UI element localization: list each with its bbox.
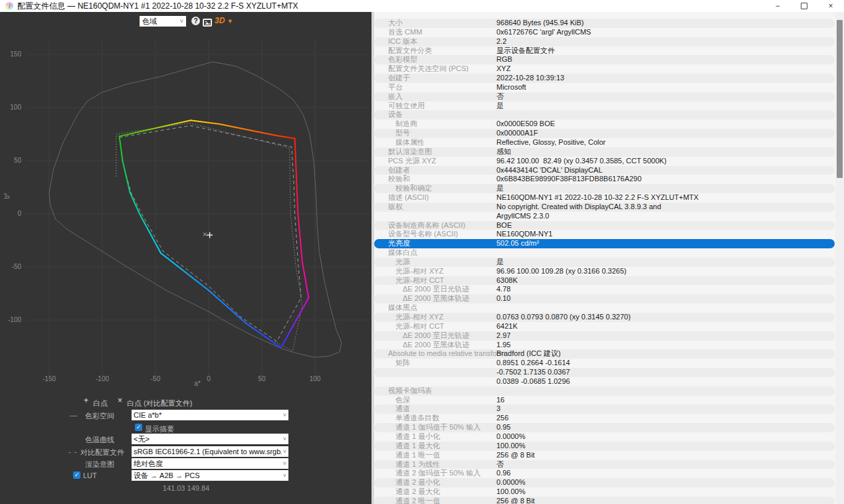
info-row[interactable]: ΔE 2000 至日光轨迹4.78	[374, 285, 835, 294]
info-row[interactable]: 通道 1 伽玛值于 50% 输入0.95	[374, 423, 835, 432]
help-button[interactable]: ?	[191, 17, 200, 25]
restore-button[interactable]	[791, 0, 817, 12]
info-row[interactable]: 制造商0x0000E509 BOE	[374, 120, 835, 129]
info-row[interactable]: 设备型号名称 (ASCII)NE160QDM-NY1	[374, 230, 835, 239]
show-summary-label: 显示摘要	[145, 424, 174, 434]
info-key: 通道 2 伽玛值于 50% 输入	[395, 469, 480, 478]
info-row[interactable]: ICC 版本2.2	[374, 37, 835, 46]
rendering-intent-select[interactable]: 绝对色度 ˅	[132, 458, 288, 469]
info-row[interactable]: 光源-相对 CCT6421K	[374, 322, 835, 331]
comparison-profile-select[interactable]: sRGB IEC61966-2.1 (Equivalent to www.srg…	[132, 446, 288, 457]
info-row[interactable]: 描述 (ASCII)NE160QDM-NY1 #1 2022-10-28 10-…	[374, 193, 835, 203]
info-row[interactable]: 光源是	[374, 258, 835, 267]
info-value: 502.05 cd/m²	[496, 239, 539, 248]
info-row[interactable]: 通道 2 最大化100.00%	[374, 487, 835, 497]
info-row[interactable]: 通道 1 唯一值256 @ 8 Bit	[374, 451, 835, 460]
info-row[interactable]: 创建于2022-10-28 10:39:13	[374, 74, 835, 83]
info-row[interactable]: ΔE 2000 至黑体轨迹0.10	[374, 294, 835, 303]
x-axis-title: a*	[194, 380, 201, 387]
info-row[interactable]: 通道 1 最小化0.0000%	[374, 432, 835, 442]
info-row[interactable]: 校验和0x6B843BE98990F38F813FDB8B6176A290	[374, 175, 835, 184]
info-row[interactable]: 通道3	[374, 404, 835, 414]
info-row[interactable]: ArgyllCMS 2.3.0	[374, 212, 835, 221]
info-row[interactable]: 设备	[374, 110, 835, 120]
info-row[interactable]: -0.7502 1.7135 0.0367	[374, 368, 835, 377]
info-row[interactable]: 通道 1 最大化100.00%	[374, 442, 835, 451]
info-key: 配置文件关连空间 (PCS)	[388, 64, 469, 74]
info-row[interactable]: 默认渲染意图感知	[374, 147, 835, 157]
info-key: 首选 CMM	[388, 28, 422, 37]
lut-direction-select[interactable]: 设备 → A2B → PCS ˅	[132, 470, 288, 481]
info-value: RGB	[496, 55, 512, 64]
colorspace-select[interactable]: CIE a*b* ˅	[132, 410, 288, 420]
lut-checkbox[interactable]: ✓	[73, 471, 80, 479]
tone-curve-select[interactable]: <无> ˅	[132, 434, 288, 444]
window-title: 配置文件信息 — NE160QDM-NY1 #1 2022-10-28 10-3…	[17, 1, 298, 12]
info-row[interactable]: 0.0389 -0.0685 1.0296	[374, 377, 835, 386]
scrollbar-thumb[interactable]	[837, 20, 843, 178]
info-key: PCS 光源 XYZ	[388, 157, 436, 166]
info-row[interactable]: 校验和确定是	[374, 184, 835, 193]
info-row[interactable]: 光源-相对 CCT6308K	[374, 276, 835, 286]
info-row[interactable]: 通道 2 唯一值256 @ 8 Bit	[374, 497, 835, 504]
scrollbar-track[interactable]	[835, 12, 844, 504]
info-key: 校验和	[388, 175, 410, 184]
info-key: 设备型号名称 (ASCII)	[388, 230, 458, 239]
info-row[interactable]: 嵌入否	[374, 92, 835, 102]
x-tick-label: 100	[310, 375, 321, 382]
info-row[interactable]: 创建者0x4443414C 'DCAL' DisplayCAL	[374, 166, 835, 175]
lut-label: LUT	[83, 471, 97, 479]
3d-dropdown-arrow: ▼	[227, 18, 233, 25]
info-key: 光源-相对 CCT	[395, 276, 444, 286]
info-row[interactable]: 通道 2 最小化0.0000%	[374, 478, 835, 487]
view-mode-value: 色域	[142, 17, 157, 27]
info-row[interactable]: PCS 光源 XYZ96.42 100.00 82.49 (xy 0.3457 …	[374, 157, 835, 166]
info-row[interactable]: 光源-相对 XYZ0.0763 0.0793 0.0870 (xy 0.3145…	[374, 313, 835, 322]
gamut-chart[interactable]: -150-100-50050100150100500-50-100a*b*	[0, 12, 371, 504]
solid-line-icon: —	[70, 411, 78, 419]
info-row[interactable]: ΔE 2000 至黑体轨迹1.95	[374, 341, 835, 350]
whitepoint-cross-icon: ×	[118, 396, 122, 405]
info-row[interactable]: 光源-相对 XYZ96.96 100.00 109.28 (xy 0.3166 …	[374, 267, 835, 276]
info-row[interactable]: 通道 2 伽玛值于 50% 输入0.96	[374, 469, 835, 478]
info-row[interactable]: ΔE 2000 至日光轨迹2.97	[374, 331, 835, 341]
app-info-icon: i	[5, 2, 13, 10]
profile-info-list: 大小968640 Bytes (945.94 KiB)首选 CMM0x61726…	[374, 19, 835, 504]
info-row[interactable]: 大小968640 Bytes (945.94 KiB)	[374, 19, 835, 28]
info-row[interactable]: 设备制造商名称 (ASCII)BOE	[374, 221, 835, 230]
info-row[interactable]: 媒体白点	[374, 248, 835, 258]
comparison-profile-value: sRGB IEC61966-2.1 (Equivalent to www.srg…	[134, 448, 282, 456]
y-tick-label: 100	[10, 104, 21, 111]
view-mode-select[interactable]: 色域 ˅	[140, 16, 186, 27]
info-row[interactable]: 色彩模型RGB	[374, 55, 835, 64]
chevron-down-icon: ˅	[282, 460, 286, 467]
info-row[interactable]: 单通道条目数256	[374, 414, 835, 423]
info-key: 色深	[395, 396, 410, 405]
3d-view-button[interactable]: 3D ▼	[215, 16, 233, 25]
info-row[interactable]: 版权No copyright. Created with DisplayCAL …	[374, 203, 835, 212]
info-value: NE160QDM-NY1	[496, 230, 552, 239]
info-row[interactable]: 配置文件关连空间 (PCS)XYZ	[374, 64, 835, 74]
info-key: 光源-相对 CCT	[395, 322, 444, 331]
info-row[interactable]: 视频卡伽玛表	[374, 386, 835, 396]
info-row[interactable]: 媒体黑点	[374, 303, 835, 313]
minimize-button[interactable]: −	[764, 0, 791, 12]
info-row[interactable]: 配置文件分类显示设备配置文件	[374, 46, 835, 56]
info-row[interactable]: 通道 1 为线性否	[374, 460, 835, 469]
show-summary-checkbox[interactable]: ✓	[135, 424, 142, 431]
chevron-down-icon: ˅	[282, 436, 286, 442]
close-button[interactable]: ×	[817, 0, 844, 12]
info-row[interactable]: 矩阵0.8951 0.2664 -0.1614	[374, 359, 835, 368]
save-image-button[interactable]	[203, 17, 212, 29]
info-row[interactable]: 可独立使用是	[374, 102, 835, 111]
info-row[interactable]: 光亮度502.05 cd/m²	[374, 239, 835, 248]
info-row[interactable]: 首选 CMM0x6172676C 'argl' ArgyllCMS	[374, 28, 835, 37]
info-row[interactable]: 色深16	[374, 396, 835, 405]
info-row[interactable]: Absolute to media relative transformBrad…	[374, 349, 835, 359]
info-key: 光源-相对 XYZ	[395, 313, 443, 322]
info-value: 否	[496, 460, 504, 469]
info-row[interactable]: 媒体属性Reflective, Glossy, Positive, Color	[374, 138, 835, 147]
info-row[interactable]: 平台Microsoft	[374, 83, 835, 92]
info-value: 2022-10-28 10:39:13	[496, 74, 564, 83]
info-row[interactable]: 型号0x00000A1F	[374, 129, 835, 138]
